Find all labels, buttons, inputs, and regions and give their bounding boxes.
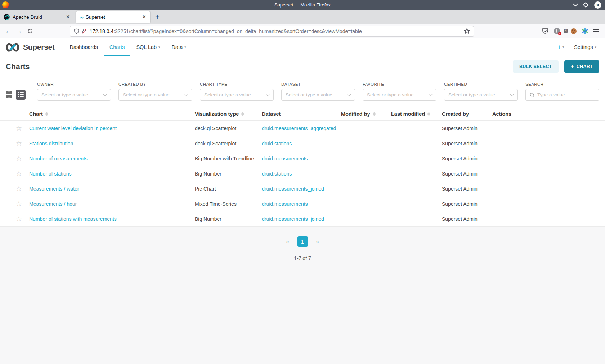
search-field [525, 89, 599, 101]
created-by: Superset Admin [442, 171, 492, 177]
search-input[interactable] [537, 92, 595, 97]
nav-charts[interactable]: Charts [104, 38, 131, 56]
superset-logo[interactable]: Superset [5, 38, 54, 56]
chevron-down-icon [510, 91, 514, 96]
chevron-down-icon [347, 91, 351, 96]
url-bar[interactable]: 172.18.0.4:32251/chart/list/?pageIndex=0… [70, 26, 474, 37]
settings-menu[interactable]: Settings▾ [574, 44, 596, 50]
chart-link[interactable]: Stations distribution [29, 141, 73, 146]
dataset-link[interactable]: druid.measurements [262, 201, 308, 207]
chevron-down-icon [103, 91, 107, 96]
table-row: ☆ Number of stations Big Number druid.st… [0, 166, 605, 181]
dataset-link[interactable]: druid.stations [262, 171, 292, 177]
created-by-select[interactable]: Select or type a value [118, 89, 192, 101]
list-view-toggle[interactable] [16, 90, 26, 100]
certified-select[interactable]: Select or type a value [444, 89, 518, 101]
nav-data[interactable]: Data▾ [166, 38, 192, 56]
chart-link[interactable]: Number of stations [29, 171, 72, 177]
bookmark-star-icon[interactable] [464, 28, 470, 34]
tab-label: Apache Druid [13, 14, 63, 20]
chart-type-select[interactable]: Select or type a value [200, 89, 274, 101]
sort-icon [241, 112, 244, 116]
chart-link[interactable]: Number of stations with measurements [29, 216, 117, 222]
favorite-star-icon[interactable]: ☆ [16, 155, 22, 162]
table-row: ☆ Number of measurements Big Number with… [0, 151, 605, 166]
table-row: ☆ Current water level deviation in perce… [0, 121, 605, 136]
chevron-down-icon [184, 91, 189, 96]
lock-insecure-icon [82, 28, 87, 34]
chevron-down-icon [428, 91, 433, 96]
viz-type: Big Number with Trendline [195, 156, 262, 161]
back-button[interactable]: ← [3, 28, 14, 35]
favorite-star-icon[interactable]: ☆ [16, 170, 22, 177]
col-actions: Actions [492, 111, 605, 117]
new-item-menu[interactable]: +▾ [557, 44, 564, 51]
asterisk-extension-icon[interactable] [582, 28, 588, 34]
window-titlebar: Superset — Mozilla Firefox × [0, 0, 605, 10]
prev-page-button[interactable]: « [286, 238, 289, 245]
filter-favorite: FAVORITE Select or type a value [363, 82, 436, 101]
window-title: Superset — Mozilla Firefox [0, 2, 605, 8]
created-by: Superset Admin [442, 156, 492, 161]
dataset-link[interactable]: druid.measurements_aggregated [262, 126, 336, 131]
chart-link[interactable]: Number of measurements [29, 156, 88, 161]
card-view-toggle[interactable] [6, 91, 12, 98]
dataset-select[interactable]: Select or type a value [281, 89, 355, 101]
reload-button[interactable] [24, 28, 35, 34]
nav-sql-lab[interactable]: SQL Lab▾ [130, 38, 166, 56]
favorite-star-icon[interactable]: ☆ [16, 140, 22, 147]
col-chart[interactable]: Chart [29, 111, 195, 117]
next-page-button[interactable]: » [316, 238, 319, 245]
table-row: ☆ Measurements / hour Mixed Time-Series … [0, 196, 605, 211]
page-title: Charts [6, 62, 30, 71]
new-tab-button[interactable]: + [155, 13, 160, 21]
druid-favicon-icon [4, 14, 10, 20]
tab-close-icon[interactable]: × [66, 14, 70, 20]
favorite-star-icon[interactable]: ☆ [16, 200, 22, 208]
owner-select[interactable]: Select or type a value [37, 89, 111, 101]
chevron-down-icon: ▾ [595, 45, 596, 49]
favorite-star-icon[interactable]: ☆ [16, 215, 22, 223]
viz-type: Mixed Time-Series [195, 201, 262, 207]
chart-link[interactable]: Current water level deviation in percent [29, 126, 117, 131]
forward-button[interactable]: → [14, 28, 24, 35]
menu-icon[interactable] [593, 29, 599, 33]
chevron-down-icon: ▾ [563, 45, 564, 49]
tab-bar: Apache Druid × ∞ Superset × + [0, 10, 605, 24]
cookie-extension-icon[interactable] [571, 28, 577, 34]
page-1-button[interactable]: 1 [297, 236, 308, 247]
dataset-link[interactable]: druid.measurements [262, 156, 308, 161]
chart-link[interactable]: Measurements / hour [29, 201, 77, 207]
nav-dashboards[interactable]: Dashboards [64, 38, 103, 56]
brand-name: Superset [23, 43, 54, 51]
tab-apache-druid[interactable]: Apache Druid × [0, 11, 74, 23]
favorite-star-icon[interactable]: ☆ [16, 185, 22, 192]
pocket-icon[interactable] [542, 28, 548, 34]
filter-search: SEARCH [525, 82, 599, 101]
created-by: Superset Admin [442, 186, 492, 192]
window-maximize-icon[interactable] [583, 2, 589, 8]
col-modified-by[interactable]: Modified by [341, 111, 391, 117]
created-by: Superset Admin [442, 141, 492, 146]
dataset-link[interactable]: druid.stations [262, 141, 292, 146]
chart-link[interactable]: Measurements / water [29, 186, 79, 192]
dataset-link[interactable]: druid.measurements_joined [262, 216, 324, 222]
window-minimize-icon[interactable] [573, 1, 578, 6]
favorite-select[interactable]: Select or type a value [363, 89, 436, 101]
tab-superset[interactable]: ∞ Superset × [76, 11, 150, 23]
window-close-icon[interactable]: × [594, 1, 601, 9]
col-last-modified[interactable]: Last modified [391, 111, 442, 117]
charts-table: Chart Visualization type Dataset Modifie… [0, 107, 605, 227]
favorite-star-icon[interactable]: ☆ [16, 124, 22, 132]
col-visualization-type[interactable]: Visualization type [195, 111, 262, 117]
account-extension-icon[interactable] [554, 28, 560, 34]
pagination: « 1 » [0, 227, 605, 247]
bulk-select-button[interactable]: BULK SELECT [513, 60, 559, 73]
viz-type: Big Number [195, 171, 262, 177]
tab-label: Superset [86, 14, 139, 20]
new-chart-button[interactable]: + CHART [564, 60, 599, 73]
search-icon [530, 92, 535, 97]
chevron-down-icon: ▾ [158, 45, 160, 49]
tab-close-icon[interactable]: × [142, 14, 147, 20]
dataset-link[interactable]: druid.measurements_joined [262, 186, 324, 192]
